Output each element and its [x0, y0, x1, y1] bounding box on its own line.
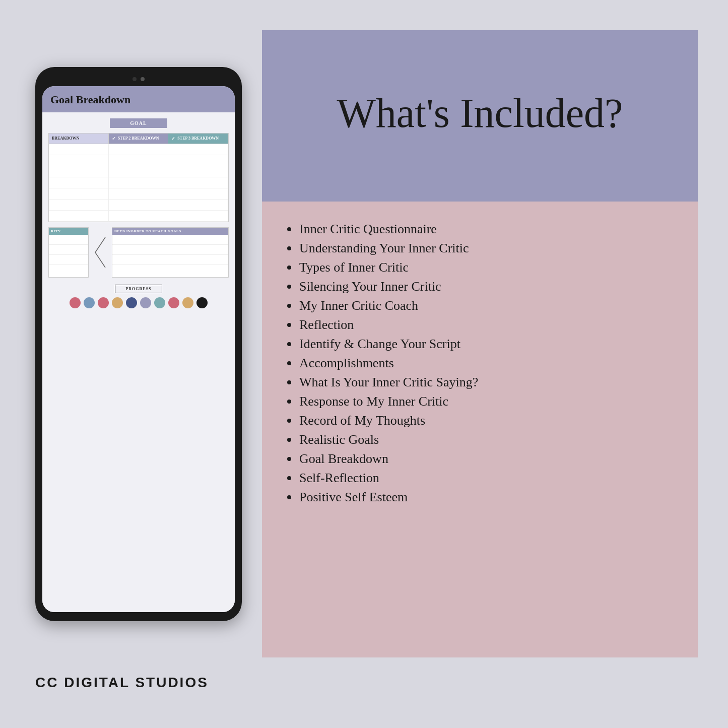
bullet-icon — [287, 457, 291, 461]
list-item-text: My Inner Critic Coach — [299, 298, 418, 313]
goal-label-row: GOAL — [48, 118, 229, 128]
camera-dot-light — [141, 77, 145, 81]
list-item-text: Reflection — [299, 317, 354, 333]
progress-dot — [126, 297, 137, 308]
list-item-text: Self-Reflection — [299, 471, 379, 486]
bottom-row — [112, 265, 228, 275]
bullet-icon — [287, 438, 291, 442]
step-rows — [49, 144, 228, 222]
bullet-icon — [287, 304, 291, 308]
step2-check: ✓ — [112, 136, 116, 141]
list-item: Positive Self Esteem — [287, 490, 673, 505]
list-box: Inner Critic QuestionnaireUnderstanding … — [262, 202, 698, 657]
right-section: What's Included? Inner Critic Questionna… — [262, 30, 698, 657]
included-list: Inner Critic QuestionnaireUnderstanding … — [287, 222, 673, 505]
list-item: Understanding Your Inner Critic — [287, 241, 673, 256]
bullet-icon — [287, 266, 291, 270]
top-section: Goal Breakdown GOAL BREAKDOWN — [30, 30, 698, 657]
table-row — [49, 200, 228, 211]
tablet-screen: Goal Breakdown GOAL BREAKDOWN — [42, 86, 235, 612]
connector-svg — [93, 227, 108, 278]
step2-label: STEP 2 BREAKDOWN — [118, 136, 159, 141]
tablet-header: Goal Breakdown — [42, 86, 235, 112]
camera-dot — [133, 77, 137, 81]
bottom-right-grid: NEED INORDER TO REACH GOALS — [112, 227, 229, 278]
list-item: Self-Reflection — [287, 471, 673, 486]
bottom-row — [49, 235, 88, 245]
list-item-text: Accomplishments — [299, 356, 394, 371]
progress-dot — [196, 297, 208, 308]
bottom-row — [49, 245, 88, 255]
bullet-icon — [287, 246, 291, 250]
tablet-page-title: Goal Breakdown — [50, 93, 227, 106]
bottom-left-grid: RITY — [48, 227, 89, 278]
bullet-icon — [287, 361, 291, 365]
table-row — [49, 166, 228, 177]
tablet-content: GOAL BREAKDOWN ✓ STEP 2 BREAKDOWN — [42, 112, 235, 612]
bullet-icon — [287, 285, 291, 289]
list-item: Goal Breakdown — [287, 451, 673, 467]
bottom-right-label: NEED INORDER TO REACH GOALS — [112, 228, 228, 235]
progress-dots — [48, 297, 229, 308]
list-item-text: Understanding Your Inner Critic — [299, 241, 469, 256]
bullet-icon — [287, 323, 291, 327]
list-item-text: Record of My Thoughts — [299, 413, 425, 428]
goal-label: GOAL — [110, 118, 167, 128]
connector-area — [93, 227, 108, 278]
progress-dot — [154, 297, 165, 308]
list-item: My Inner Critic Coach — [287, 298, 673, 313]
footer: CC DIGITAL STUDIOS — [30, 657, 698, 708]
list-item-text: What Is Your Inner Critic Saying? — [299, 375, 478, 390]
list-item-text: Identify & Change Your Script — [299, 337, 460, 352]
step1-col-header: BREAKDOWN — [49, 134, 109, 144]
bullet-icon — [287, 476, 291, 480]
bottom-row — [49, 265, 88, 275]
step2-col-header: ✓ STEP 2 BREAKDOWN — [109, 134, 169, 144]
tablet-device: Goal Breakdown GOAL BREAKDOWN — [35, 67, 242, 621]
list-item: Silencing Your Inner Critic — [287, 279, 673, 294]
progress-section: PROGRESS — [48, 285, 229, 308]
tablet-section: Goal Breakdown GOAL BREAKDOWN — [30, 30, 247, 657]
bullet-icon — [287, 380, 291, 384]
list-item-text: Silencing Your Inner Critic — [299, 279, 441, 294]
bottom-row — [112, 235, 228, 245]
list-item: Inner Critic Questionnaire — [287, 222, 673, 237]
bullet-icon — [287, 419, 291, 423]
progress-dot — [140, 297, 151, 308]
list-item: Record of My Thoughts — [287, 413, 673, 428]
list-item-text: Realistic Goals — [299, 432, 379, 447]
steps-grid: BREAKDOWN ✓ STEP 2 BREAKDOWN ✓ STEP 3 BR… — [48, 133, 229, 222]
bottom-row — [112, 245, 228, 255]
list-item-text: Goal Breakdown — [299, 451, 388, 467]
list-item: Realistic Goals — [287, 432, 673, 447]
bottom-row — [49, 255, 88, 265]
table-row — [49, 188, 228, 200]
table-row — [49, 177, 228, 188]
table-row — [49, 144, 228, 155]
bullet-icon — [287, 495, 291, 499]
step3-check: ✓ — [171, 136, 175, 141]
progress-label-row: PROGRESS — [48, 285, 229, 293]
svg-line-1 — [95, 252, 105, 268]
table-row — [49, 155, 228, 166]
bullet-icon — [287, 400, 291, 404]
list-item-text: Types of Inner Critic — [299, 260, 409, 275]
step3-col-header: ✓ STEP 3 BREAKDOWN — [168, 134, 228, 144]
main-heading: What's Included? — [337, 91, 623, 136]
progress-dot — [98, 297, 109, 308]
bottom-left-label: RITY — [49, 228, 88, 235]
list-item: Accomplishments — [287, 356, 673, 371]
list-item: Reflection — [287, 317, 673, 333]
bottom-row — [112, 255, 228, 265]
list-item-text: Inner Critic Questionnaire — [299, 222, 437, 237]
list-item: Identify & Change Your Script — [287, 337, 673, 352]
progress-dot — [70, 297, 81, 308]
bottom-grid-container: RITY — [48, 227, 229, 278]
list-item: What Is Your Inner Critic Saying? — [287, 375, 673, 390]
list-item: Types of Inner Critic — [287, 260, 673, 275]
bullet-icon — [287, 227, 291, 231]
main-container: Goal Breakdown GOAL BREAKDOWN — [0, 0, 728, 728]
step1-label: BREAKDOWN — [52, 136, 79, 141]
progress-dot — [168, 297, 179, 308]
svg-line-0 — [95, 237, 105, 252]
